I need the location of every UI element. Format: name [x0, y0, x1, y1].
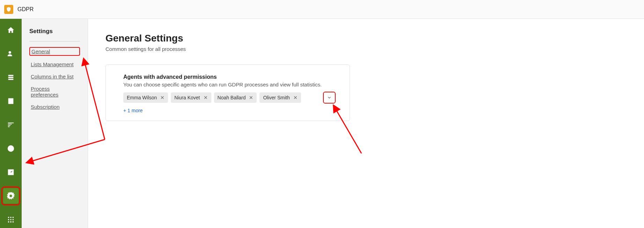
svg-point-0: [8, 217, 9, 218]
agents-tag-row: Emma Wilson ✕ Niura Kovet ✕ Noah Ballard…: [123, 92, 336, 104]
settings-title: Settings: [29, 28, 80, 35]
list-icon: [7, 74, 15, 81]
app-title: GDPR: [17, 6, 34, 13]
page-title: General Settings: [105, 33, 627, 44]
svg-point-5: [13, 219, 14, 220]
rail-home[interactable]: [3, 22, 19, 38]
svg-point-7: [10, 221, 12, 223]
divider: [29, 41, 80, 41]
rail-apps[interactable]: [3, 212, 19, 227]
clock-icon: [7, 145, 15, 152]
rail-clock[interactable]: [3, 141, 19, 156]
agent-tag: Emma Wilson ✕: [123, 92, 168, 103]
left-rail: [0, 19, 22, 228]
queue-icon: [7, 121, 15, 129]
agents-dropdown-button[interactable]: [323, 92, 336, 104]
chevron-down-icon: [327, 95, 332, 100]
agents-card: Agents with advanced permissions You can…: [105, 64, 350, 121]
card-desc: You can choose specific agents who can r…: [123, 82, 336, 88]
agent-tag: Niura Kovet ✕: [171, 92, 211, 103]
sidebar-item-process-preferences[interactable]: Process preferences: [29, 85, 80, 98]
app-logo: [4, 5, 13, 14]
main-content: General Settings Common settings for all…: [88, 19, 644, 228]
svg-point-2: [13, 217, 14, 218]
rail-users[interactable]: [3, 46, 19, 61]
sidebar-item-subscription[interactable]: Subscription: [29, 103, 80, 111]
agent-tag: Noah Ballard ✕: [214, 92, 257, 103]
remove-agent-icon[interactable]: ✕: [249, 95, 253, 100]
svg-point-1: [10, 217, 12, 218]
home-icon: [7, 26, 15, 34]
sidebar-item-general[interactable]: General: [29, 47, 80, 56]
remove-agent-icon[interactable]: ✕: [160, 95, 164, 100]
apps-icon: [7, 216, 15, 223]
agent-name: Noah Ballard: [218, 95, 246, 100]
remove-agent-icon[interactable]: ✕: [293, 95, 298, 100]
board-icon: [7, 97, 15, 105]
shield-icon: [6, 7, 12, 12]
agent-name: Oliver Smith: [263, 95, 290, 100]
rail-board[interactable]: [3, 93, 19, 109]
remove-agent-icon[interactable]: ✕: [204, 95, 208, 100]
gear-icon: [7, 192, 15, 200]
agent-name: Niura Kovet: [174, 95, 200, 100]
settings-sidebar: Settings General Lists Management Column…: [22, 19, 88, 228]
rail-settings[interactable]: [3, 188, 19, 204]
sidebar-item-lists-management[interactable]: Lists Management: [29, 61, 80, 68]
more-agents-link[interactable]: + 1 more: [123, 108, 143, 113]
rail-queue[interactable]: [3, 117, 19, 132]
card-title: Agents with advanced permissions: [123, 74, 336, 80]
svg-point-6: [8, 221, 9, 223]
agent-name: Emma Wilson: [127, 95, 157, 100]
rail-chart[interactable]: [3, 165, 19, 180]
svg-point-8: [13, 221, 14, 223]
chart-icon: [7, 168, 15, 176]
rail-list[interactable]: [3, 70, 19, 85]
top-header: GDPR: [0, 0, 644, 19]
agent-tag: Oliver Smith ✕: [259, 92, 301, 103]
users-icon: [7, 50, 15, 58]
svg-point-3: [8, 219, 9, 220]
page-subtitle: Common settings for all processes: [105, 46, 627, 52]
sidebar-item-columns[interactable]: Columns in the list: [29, 73, 80, 80]
svg-point-4: [10, 219, 12, 220]
